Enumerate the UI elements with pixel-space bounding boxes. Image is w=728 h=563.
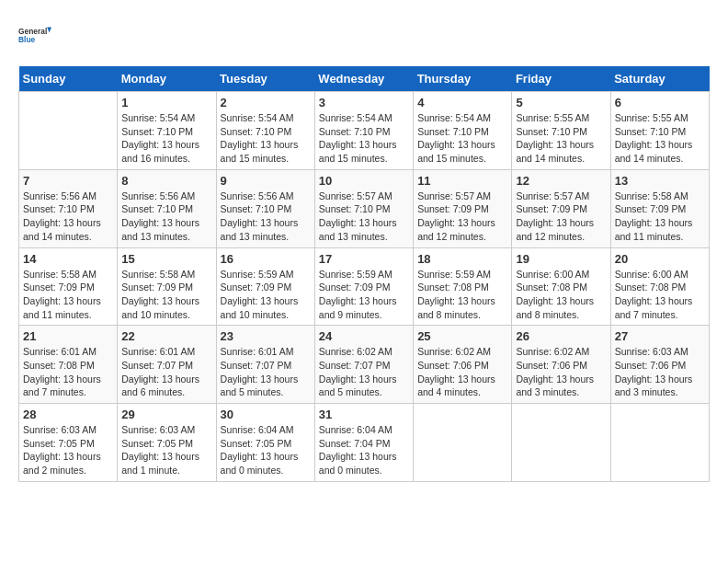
day-info: Sunrise: 6:00 AMSunset: 7:08 PMDaylight:… [615,268,705,322]
day-info: Sunrise: 6:02 AMSunset: 7:06 PMDaylight:… [516,345,606,399]
day-number: 13 [615,174,705,188]
calendar-cell: 27Sunrise: 6:03 AMSunset: 7:06 PMDayligh… [610,326,709,404]
weekday-header-row: SundayMondayTuesdayWednesdayThursdayFrid… [19,66,710,92]
calendar-cell: 12Sunrise: 5:57 AMSunset: 7:09 PMDayligh… [512,169,610,247]
day-info: Sunrise: 6:02 AMSunset: 7:06 PMDaylight:… [417,345,507,399]
day-number: 29 [121,408,211,421]
day-info: Sunrise: 5:57 AMSunset: 7:10 PMDaylight:… [319,190,409,244]
day-info: Sunrise: 5:54 AMSunset: 7:10 PMDaylight:… [417,111,507,166]
day-info: Sunrise: 6:00 AMSunset: 7:08 PMDaylight:… [516,268,606,322]
calendar-week-3: 14Sunrise: 5:58 AMSunset: 7:09 PMDayligh… [19,247,710,326]
weekday-header-sunday: Sunday [19,66,118,92]
day-info: Sunrise: 5:58 AMSunset: 7:09 PMDaylight:… [615,190,705,244]
day-info: Sunrise: 5:55 AMSunset: 7:10 PMDaylight:… [615,111,705,166]
day-number: 22 [121,329,211,343]
day-number: 28 [23,408,113,421]
calendar-table: SundayMondayTuesdayWednesdayThursdayFrid… [18,66,710,482]
calendar-cell: 26Sunrise: 6:02 AMSunset: 7:06 PMDayligh… [512,326,610,404]
day-info: Sunrise: 5:54 AMSunset: 7:10 PMDaylight:… [221,111,311,166]
calendar-cell: 20Sunrise: 6:00 AMSunset: 7:08 PMDayligh… [610,247,709,326]
page-header: General Blue [18,18,710,52]
day-info: Sunrise: 5:56 AMSunset: 7:10 PMDaylight:… [23,190,113,244]
day-info: Sunrise: 6:03 AMSunset: 7:05 PMDaylight:… [121,423,211,477]
day-number: 18 [417,252,507,266]
calendar-cell: 11Sunrise: 5:57 AMSunset: 7:09 PMDayligh… [414,169,512,247]
day-info: Sunrise: 6:01 AMSunset: 7:07 PMDaylight:… [121,345,211,399]
calendar-cell: 24Sunrise: 6:02 AMSunset: 7:07 PMDayligh… [314,326,413,404]
day-info: Sunrise: 5:58 AMSunset: 7:09 PMDaylight:… [121,268,211,322]
day-info: Sunrise: 5:56 AMSunset: 7:10 PMDaylight:… [121,190,211,244]
calendar-cell: 13Sunrise: 5:58 AMSunset: 7:09 PMDayligh… [610,169,709,247]
day-number: 7 [23,174,113,188]
day-info: Sunrise: 6:04 AMSunset: 7:05 PMDaylight:… [221,423,311,477]
day-number: 2 [221,96,311,109]
day-number: 25 [417,329,507,343]
calendar-cell: 8Sunrise: 5:56 AMSunset: 7:10 PMDaylight… [118,169,216,247]
day-number: 12 [516,174,606,188]
day-number: 30 [221,408,311,421]
weekday-header-tuesday: Tuesday [216,66,314,92]
svg-marker-2 [47,28,51,33]
calendar-cell [610,404,709,482]
calendar-week-5: 28Sunrise: 6:03 AMSunset: 7:05 PMDayligh… [19,404,710,482]
calendar-week-4: 21Sunrise: 6:01 AMSunset: 7:08 PMDayligh… [19,326,710,404]
weekday-header-saturday: Saturday [610,66,709,92]
day-number: 24 [319,329,409,343]
weekday-header-monday: Monday [118,66,216,92]
day-number: 5 [516,96,606,109]
day-info: Sunrise: 6:02 AMSunset: 7:07 PMDaylight:… [319,345,409,399]
calendar-cell: 5Sunrise: 5:55 AMSunset: 7:10 PMDaylight… [512,92,610,170]
day-info: Sunrise: 5:57 AMSunset: 7:09 PMDaylight:… [516,190,606,244]
day-info: Sunrise: 6:01 AMSunset: 7:07 PMDaylight:… [221,345,311,399]
day-info: Sunrise: 6:03 AMSunset: 7:05 PMDaylight:… [23,423,113,477]
calendar-cell [414,404,512,482]
day-info: Sunrise: 6:01 AMSunset: 7:08 PMDaylight:… [23,345,113,399]
logo: General Blue [18,18,51,52]
day-number: 10 [319,174,409,188]
day-info: Sunrise: 5:58 AMSunset: 7:09 PMDaylight:… [23,268,113,322]
calendar-cell: 1Sunrise: 5:54 AMSunset: 7:10 PMDaylight… [118,92,216,170]
calendar-cell: 17Sunrise: 5:59 AMSunset: 7:09 PMDayligh… [314,247,413,326]
day-number: 16 [221,252,311,266]
calendar-cell: 15Sunrise: 5:58 AMSunset: 7:09 PMDayligh… [118,247,216,326]
day-number: 15 [121,252,211,266]
day-number: 6 [615,96,705,109]
logo-svg: General Blue [18,18,51,52]
calendar-cell: 7Sunrise: 5:56 AMSunset: 7:10 PMDaylight… [19,169,118,247]
day-number: 3 [319,96,409,109]
calendar-cell: 18Sunrise: 5:59 AMSunset: 7:08 PMDayligh… [414,247,512,326]
calendar-cell: 22Sunrise: 6:01 AMSunset: 7:07 PMDayligh… [118,326,216,404]
calendar-cell [19,92,118,170]
calendar-cell: 9Sunrise: 5:56 AMSunset: 7:10 PMDaylight… [216,169,314,247]
svg-text:Blue: Blue [18,35,36,44]
calendar-cell: 4Sunrise: 5:54 AMSunset: 7:10 PMDaylight… [414,92,512,170]
calendar-cell: 14Sunrise: 5:58 AMSunset: 7:09 PMDayligh… [19,247,118,326]
day-info: Sunrise: 5:59 AMSunset: 7:08 PMDaylight:… [417,268,507,322]
calendar-cell: 3Sunrise: 5:54 AMSunset: 7:10 PMDaylight… [314,92,413,170]
calendar-cell: 30Sunrise: 6:04 AMSunset: 7:05 PMDayligh… [216,404,314,482]
day-number: 4 [417,96,507,109]
day-number: 9 [221,174,311,188]
day-info: Sunrise: 5:56 AMSunset: 7:10 PMDaylight:… [221,190,311,244]
day-info: Sunrise: 5:54 AMSunset: 7:10 PMDaylight:… [121,111,211,166]
calendar-cell: 28Sunrise: 6:03 AMSunset: 7:05 PMDayligh… [19,404,118,482]
day-info: Sunrise: 5:59 AMSunset: 7:09 PMDaylight:… [221,268,311,322]
day-number: 20 [615,252,705,266]
day-number: 11 [417,174,507,188]
day-number: 14 [23,252,113,266]
day-number: 31 [319,408,409,421]
calendar-cell [512,404,610,482]
day-info: Sunrise: 5:59 AMSunset: 7:09 PMDaylight:… [319,268,409,322]
day-number: 17 [319,252,409,266]
day-number: 23 [221,329,311,343]
calendar-week-2: 7Sunrise: 5:56 AMSunset: 7:10 PMDaylight… [19,169,710,247]
calendar-cell: 2Sunrise: 5:54 AMSunset: 7:10 PMDaylight… [216,92,314,170]
day-number: 27 [615,329,705,343]
day-info: Sunrise: 6:03 AMSunset: 7:06 PMDaylight:… [615,345,705,399]
day-number: 21 [23,329,113,343]
calendar-cell: 31Sunrise: 6:04 AMSunset: 7:04 PMDayligh… [314,404,413,482]
weekday-header-thursday: Thursday [414,66,512,92]
svg-text:General: General [18,27,47,36]
day-info: Sunrise: 6:04 AMSunset: 7:04 PMDaylight:… [319,423,409,477]
day-number: 26 [516,329,606,343]
